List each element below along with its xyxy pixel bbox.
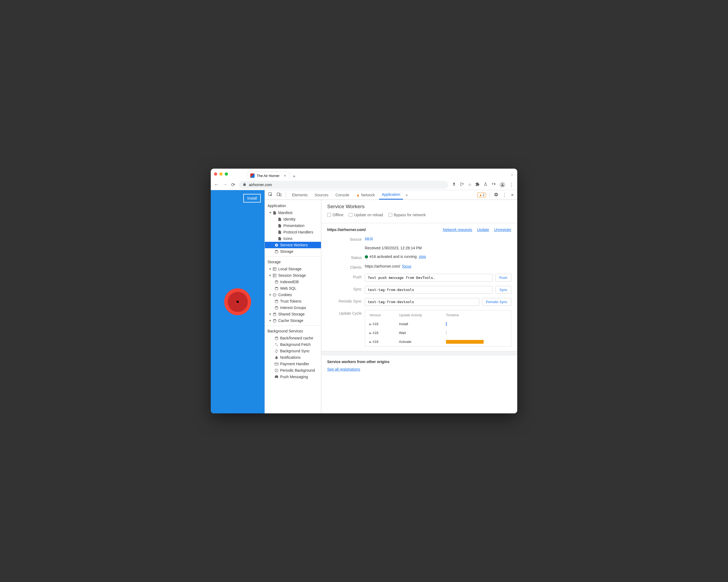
device-toggle-icon[interactable] (276, 192, 283, 198)
devtools-main: Service Workers Offline Update on reload… (321, 200, 517, 413)
close-window-button[interactable] (214, 172, 217, 176)
extensions-icon[interactable] (475, 182, 479, 187)
update-on-reload-checkbox[interactable]: Update on reload (349, 213, 383, 217)
periodic-button[interactable]: Periodic Sync (482, 298, 511, 306)
sync-button[interactable]: Sync (495, 286, 511, 294)
tab-network[interactable]: ▲ Network (354, 190, 378, 200)
other-origins-title: Service workers from other origins (327, 360, 511, 364)
status-dot-icon (365, 255, 368, 258)
network-requests-link[interactable]: Network requests (443, 228, 472, 232)
cycle-row[interactable]: ▶#16 Wait (366, 329, 511, 337)
sidebar-item-cache-storage[interactable]: Cache Storage (265, 318, 321, 324)
sidebar-item-push[interactable]: Push Messaging (265, 374, 321, 380)
tab-application[interactable]: Application (379, 190, 403, 200)
svg-point-15 (274, 295, 275, 296)
sidebar-item-bgsync[interactable]: Background Sync (265, 348, 321, 354)
url-input[interactable]: airhorner.com (239, 181, 448, 189)
devtools-sidebar: Application Manifest Identity Presentati… (265, 200, 321, 413)
page-content: Install (211, 190, 264, 413)
svg-point-3 (275, 250, 278, 251)
push-input[interactable] (365, 274, 493, 282)
share-icon[interactable] (460, 182, 464, 187)
tab-sources[interactable]: Sources (312, 190, 331, 200)
reading-list-icon[interactable] (491, 182, 496, 187)
back-button[interactable]: ← (214, 182, 219, 187)
label-sync: Sync (327, 286, 365, 291)
minimize-window-button[interactable] (219, 172, 223, 176)
sidebar-item-local-storage[interactable]: Local Storage (265, 266, 321, 272)
label-status: Status (327, 254, 365, 260)
sidebar-item-storage[interactable]: Storage (265, 248, 321, 255)
update-cycle-table: Version Update Activity Timeline ▶#16 In… (365, 310, 511, 347)
cycle-row[interactable]: ▶#16 Activate (366, 337, 511, 346)
new-tab-button[interactable]: + (293, 174, 296, 179)
chevron-down-icon[interactable]: ⌄ (511, 172, 514, 176)
svg-rect-7 (273, 274, 276, 277)
maximize-window-button[interactable] (225, 172, 228, 176)
svg-rect-4 (273, 267, 276, 270)
tab-title: The Air Horner (257, 174, 280, 178)
reload-button[interactable]: ⟳ (231, 182, 235, 188)
unregister-link[interactable]: Unregister (494, 228, 511, 232)
source-file-link[interactable]: sw.js (365, 236, 373, 241)
svg-point-18 (274, 312, 276, 313)
browser-tab[interactable]: The Air Horner × (247, 172, 289, 179)
devtools-menu-icon[interactable]: ⋮ (501, 192, 508, 198)
menu-icon[interactable]: ⋮ (509, 182, 514, 188)
sw-origin: https://airhorner.com/ (327, 228, 366, 232)
sidebar-item-cookies[interactable]: Cookies (265, 292, 321, 298)
push-button[interactable]: Push (495, 274, 511, 282)
sidebar-item-payment[interactable]: Payment Handler (265, 361, 321, 367)
tab-elements[interactable]: Elements (289, 190, 310, 200)
sidebar-item-manifest[interactable]: Manifest (265, 209, 321, 216)
update-link[interactable]: Update (477, 228, 489, 232)
sidebar-item-trust-tokens[interactable]: Trust Tokens (265, 298, 321, 304)
labs-icon[interactable] (483, 182, 488, 187)
sidebar-item-bgfetch[interactable]: Background Fetch (265, 341, 321, 348)
label-periodic: Periodic Sync (327, 298, 365, 303)
section-application: Application (265, 202, 321, 209)
focus-link[interactable]: focus (402, 264, 411, 269)
sidebar-item-presentation[interactable]: Presentation (265, 222, 321, 229)
client-url: https://airhorner.com/ (365, 264, 400, 269)
sidebar-item-bfcache[interactable]: Back/forward cache (265, 335, 321, 341)
close-devtools-icon[interactable]: ✕ (510, 193, 515, 197)
profile-avatar[interactable] (499, 182, 505, 188)
warnings-badge[interactable]: ▲2 (477, 193, 486, 197)
offline-checkbox[interactable]: Offline (327, 213, 343, 217)
sidebar-item-identity[interactable]: Identity (265, 216, 321, 222)
tab-console[interactable]: Console (333, 190, 352, 200)
sidebar-item-service-workers[interactable]: Service Workers (265, 242, 321, 248)
see-all-link[interactable]: See all registrations (327, 367, 360, 372)
close-tab-icon[interactable]: × (284, 174, 286, 178)
section-storage: Storage (265, 258, 321, 266)
sidebar-item-notifications[interactable]: Notifications (265, 354, 321, 361)
sidebar-item-session-storage[interactable]: Session Storage (265, 272, 321, 279)
sync-input[interactable] (365, 286, 493, 294)
sidebar-item-interest-groups[interactable]: Interest Groups (265, 304, 321, 311)
cycle-row[interactable]: ▶#16 Install (366, 320, 511, 328)
sidebar-item-periodic[interactable]: Periodic Background (265, 367, 321, 374)
stop-link[interactable]: stop (419, 254, 426, 259)
more-tabs-icon[interactable]: » (405, 193, 409, 197)
bookmark-icon[interactable]: ☆ (468, 182, 471, 187)
airhorn-button[interactable] (224, 288, 251, 315)
periodic-input[interactable] (365, 298, 479, 306)
sidebar-item-indexeddb[interactable]: IndexedDB (265, 279, 321, 285)
sidebar-item-shared-storage[interactable]: Shared Storage (265, 311, 321, 318)
sidebar-item-websql[interactable]: Web SQL (265, 285, 321, 292)
sidebar-item-icons[interactable]: Icons (265, 235, 321, 242)
sidebar-item-protocol[interactable]: Protocol Handlers (265, 229, 321, 235)
settings-icon[interactable] (493, 192, 499, 198)
bypass-checkbox[interactable]: Bypass for network (388, 213, 426, 217)
svg-point-14 (275, 294, 275, 295)
forward-button[interactable]: → (223, 182, 228, 187)
col-timeline: Timeline (442, 311, 511, 319)
inspect-icon[interactable] (267, 192, 274, 198)
download-icon[interactable] (452, 182, 456, 187)
devtools-panel: Elements Sources Console ▲ Network Appli… (264, 190, 517, 413)
panel-title: Service Workers (327, 204, 511, 209)
install-button[interactable]: Install (243, 194, 261, 203)
svg-point-16 (275, 300, 278, 301)
label-push: Push (327, 274, 365, 279)
